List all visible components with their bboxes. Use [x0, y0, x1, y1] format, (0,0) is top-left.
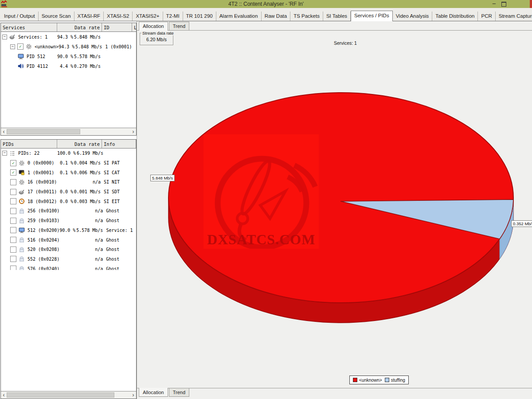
scroll-right-icon[interactable]: ›	[130, 392, 136, 398]
ghost-icon	[19, 208, 25, 214]
row-label: PID 512	[27, 54, 45, 59]
row-info: SI NIT	[101, 180, 120, 184]
row-label-area: PID 4112	[1, 63, 57, 69]
row-label: 520 (0x0208)	[27, 247, 59, 252]
scroll-right-icon[interactable]: ›	[130, 129, 136, 135]
checkbox[interactable]	[10, 189, 16, 195]
tab-video-analysis[interactable]: Video Analysis	[393, 12, 433, 21]
table-row[interactable]: ✓0 (0x0000)0.1 %0.004 Mb/sSI PAT	[1, 158, 136, 168]
row-label: 17 (0x0011)	[27, 189, 57, 194]
row-rate: n/a	[73, 180, 101, 184]
row-label-area: 17 (0x0011)	[1, 189, 57, 195]
tab-pcr[interactable]: PCR	[478, 12, 495, 21]
row-label-area: 259 (0x0103)	[1, 218, 59, 224]
services-hscrollbar[interactable]: ‹ ›	[1, 128, 136, 135]
checkbox[interactable]	[10, 266, 16, 270]
table-row[interactable]: 259 (0x0103)n/aGhost	[1, 216, 136, 226]
tab-input-output[interactable]: Input / Output	[1, 12, 39, 21]
checkbox[interactable]	[10, 198, 16, 204]
row-percent: 94.3 %	[57, 35, 73, 39]
column-header-services[interactable]: Services	[1, 23, 57, 31]
tab-xtasi-rf[interactable]: XTASI-RF	[74, 12, 104, 21]
checkbox[interactable]	[10, 227, 16, 233]
table-row[interactable]: PID 51290.0 %5.578 Mb/s	[1, 51, 136, 61]
restore-icon[interactable]	[501, 2, 506, 7]
column-header-pids[interactable]: PIDs	[1, 140, 57, 148]
table-row[interactable]: −✓<unknown>94.3 %5.848 Mb/s1 (0x0001)	[1, 42, 136, 51]
gear-icon	[19, 160, 25, 166]
table-row[interactable]: −PIDs: 22100.0 %6.199 Mb/s	[1, 149, 136, 158]
collapse-icon[interactable]: −	[10, 44, 15, 49]
tab-si-tables[interactable]: SI Tables	[323, 12, 351, 21]
table-row[interactable]: 512 (0x0200)90.0 %5.578 Mb/sService: 1 (…	[1, 226, 136, 235]
row-label: 512 (0x0200)	[27, 228, 59, 233]
table-row[interactable]: PID 41124.4 %0.270 Mb/s	[1, 61, 136, 71]
scroll-left-icon[interactable]: ‹	[1, 129, 7, 135]
row-label-area: ✓0 (0x0000)	[1, 160, 57, 166]
allocation-chart-area: DXSATCS.COM Stream data rate 6.20 Mb/s S…	[137, 30, 532, 388]
checkbox[interactable]: ✓	[10, 160, 16, 166]
monitor-lock-icon	[19, 169, 25, 176]
tab-alarm-evaluation[interactable]: Alarm Evaluation	[216, 12, 262, 21]
collapse-icon[interactable]: −	[2, 151, 7, 156]
table-row[interactable]: 16 (0x0010)n/aSI NIT	[1, 177, 136, 187]
left-column: ServicesData rateIDLC −Services: 194.3 %…	[0, 21, 137, 399]
table-row[interactable]: 18 (0x0012)0.0 %0.003 Mb/sSI EIT	[1, 196, 136, 206]
checkbox[interactable]	[10, 256, 16, 262]
row-rate: n/a	[75, 218, 103, 223]
close-button[interactable]	[530, 0, 532, 8]
table-row[interactable]: 576 (0x0240)n/aGhost	[1, 264, 136, 270]
checkbox[interactable]	[10, 208, 16, 214]
table-row[interactable]: 516 (0x0204)n/aGhost	[1, 235, 136, 245]
tab-stream-capture[interactable]: Stream Capture	[496, 12, 532, 21]
column-header-id[interactable]: ID	[102, 23, 132, 31]
pie-chart	[137, 31, 532, 388]
row-label-area: 520 (0x0208)	[1, 246, 59, 253]
tab-trend[interactable]: Trend	[169, 22, 189, 30]
table-row[interactable]: 256 (0x0100)n/aGhost	[1, 206, 136, 216]
table-row[interactable]: ✓1 (0x0001)0.1 %0.006 Mb/sSI CAT	[1, 168, 136, 177]
checkbox[interactable]	[10, 237, 16, 243]
checkbox[interactable]	[10, 179, 16, 185]
tab-allocation[interactable]: Allocation	[139, 22, 168, 31]
table-row[interactable]: 17 (0x0011)0.0 %0.001 Mb/sSI SDT	[1, 187, 136, 197]
tab-xtasis2[interactable]: XTASIS2+	[133, 12, 163, 21]
checkbox[interactable]	[10, 218, 16, 224]
legend-swatch-icon	[353, 378, 357, 382]
column-header-data-rate[interactable]: Data rate	[57, 23, 102, 31]
pids-hscrollbar[interactable]: ‹ ›	[1, 391, 136, 399]
services-header-row: ServicesData rateIDLC	[1, 23, 136, 32]
tab-raw-data[interactable]: Raw Data	[262, 12, 291, 21]
tab-table-distribution[interactable]: Table Distribution	[432, 12, 478, 21]
ghost-icon	[19, 246, 25, 253]
row-label-area: 16 (0x0010)	[1, 179, 57, 185]
collapse-icon[interactable]: −	[2, 35, 7, 39]
table-row[interactable]: −Services: 194.3 %5.848 Mb/s	[1, 32, 136, 42]
scrollbar-thumb[interactable]	[7, 129, 80, 134]
column-header-data-rate[interactable]: Data rate	[57, 140, 102, 148]
table-row[interactable]: 520 (0x0208)n/aGhost	[1, 245, 136, 254]
column-header-lc[interactable]: LC	[132, 23, 136, 31]
minimize-button[interactable]: –	[493, 0, 496, 7]
tab-services-pids[interactable]: Services / PIDs	[351, 11, 393, 21]
column-header-info[interactable]: Info	[102, 140, 136, 148]
tab-t2-mi[interactable]: T2-MI	[163, 12, 183, 21]
row-label: 576 (0x0240)	[27, 266, 59, 270]
tab-ts-packets[interactable]: TS Packets	[290, 12, 323, 21]
tab-xtasi-s2[interactable]: XTASI-S2	[104, 12, 133, 21]
checkbox[interactable]	[10, 246, 16, 253]
ghost-icon	[19, 256, 25, 262]
tab-allocation[interactable]: Allocation	[139, 388, 168, 397]
checkbox[interactable]: ✓	[10, 169, 16, 176]
tab-source-scan[interactable]: Source Scan	[39, 12, 74, 21]
row-rate: 0.001 Mb/s	[73, 189, 101, 194]
row-label: <unknown>	[35, 44, 59, 49]
row-label-area: 552 (0x0228)	[1, 256, 59, 262]
table-row[interactable]: 552 (0x0228)n/aGhost	[1, 254, 136, 264]
allocation-tab-bar-bottom: AllocationTrend	[137, 388, 532, 399]
scroll-left-icon[interactable]: ‹	[1, 392, 7, 398]
tab-trend[interactable]: Trend	[169, 388, 189, 397]
scrollbar-thumb[interactable]	[7, 392, 114, 398]
tab-tr-101-290[interactable]: TR 101 290	[183, 12, 216, 21]
checkbox[interactable]: ✓	[17, 43, 23, 50]
